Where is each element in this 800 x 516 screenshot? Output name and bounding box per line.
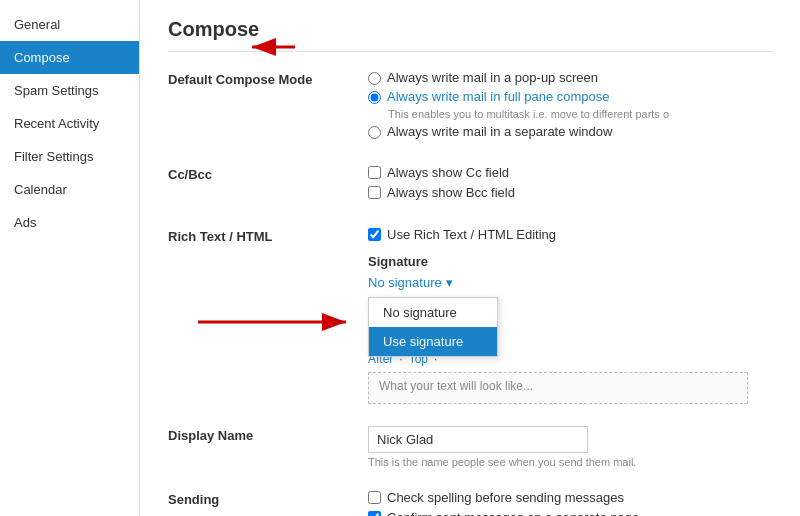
signature-label: Signature	[368, 254, 772, 269]
sidebar-item-filter-settings[interactable]: Filter Settings	[0, 140, 139, 173]
rich-text-row: Rich Text / HTML Use Rich Text / HTML Ed…	[168, 227, 772, 404]
sending-row: Sending Check spelling before sending me…	[168, 490, 772, 516]
display-name-content: This is the name people see when you sen…	[368, 426, 772, 468]
default-compose-mode-label: Default Compose Mode	[168, 70, 368, 87]
radio-full-pane-label: Always write mail in full pane compose	[387, 89, 610, 104]
sending-content: Check spelling before sending messages C…	[368, 490, 772, 516]
sidebar-item-spam[interactable]: Spam Settings	[0, 74, 139, 107]
radio-full-pane[interactable]: Always write mail in full pane compose	[368, 89, 772, 104]
radio-popup-input[interactable]	[368, 72, 381, 85]
signature-no-sig-option[interactable]: No signature	[369, 298, 497, 327]
confirm-sent-label: Confirm sent messages on a separate page	[387, 510, 639, 516]
use-rich-text-checkbox[interactable]	[368, 228, 381, 241]
signature-dropdown-menu: No signature Use signature	[368, 297, 498, 357]
radio-separate-input[interactable]	[368, 126, 381, 139]
signature-dropdown-trigger[interactable]: No signature ▾	[368, 275, 453, 290]
show-bcc-label: Always show Bcc field	[387, 185, 515, 200]
main-content: Compose Default Compose Mode Always writ…	[140, 0, 800, 516]
spell-check-checkbox[interactable]	[368, 491, 381, 504]
sending-label: Sending	[168, 490, 368, 507]
show-cc-checkbox[interactable]	[368, 166, 381, 179]
show-bcc-option[interactable]: Always show Bcc field	[368, 185, 772, 200]
radio-full-pane-input[interactable]	[368, 91, 381, 104]
show-bcc-checkbox[interactable]	[368, 186, 381, 199]
signature-preview: What your text will look like...	[368, 372, 748, 404]
confirm-sent-option[interactable]: Confirm sent messages on a separate page	[368, 510, 772, 516]
page-title: Compose	[168, 18, 772, 52]
display-name-row: Display Name This is the name people see…	[168, 426, 772, 468]
cc-bcc-row: Cc/Bcc Always show Cc field Always show …	[168, 165, 772, 205]
spell-check-label: Check spelling before sending messages	[387, 490, 624, 505]
cc-bcc-label: Cc/Bcc	[168, 165, 368, 182]
radio-popup[interactable]: Always write mail in a pop-up screen	[368, 70, 772, 85]
sidebar: General Compose Spam Settings Recent Act…	[0, 0, 140, 516]
show-cc-option[interactable]: Always show Cc field	[368, 165, 772, 180]
display-name-hint: This is the name people see when you sen…	[368, 456, 772, 468]
signature-use-sig-option[interactable]: Use signature	[369, 327, 497, 356]
signature-dropdown-value: No signature	[368, 275, 442, 290]
chevron-down-icon: ▾	[446, 275, 453, 290]
sidebar-item-calendar[interactable]: Calendar	[0, 173, 139, 206]
radio-popup-label: Always write mail in a pop-up screen	[387, 70, 598, 85]
radio-separate-label: Always write mail in a separate window	[387, 124, 612, 139]
signature-section: Signature No signature ▾ No signature Us…	[368, 254, 772, 404]
rich-text-content: Use Rich Text / HTML Editing Signature N…	[368, 227, 772, 404]
show-cc-label: Always show Cc field	[387, 165, 509, 180]
use-rich-text-label: Use Rich Text / HTML Editing	[387, 227, 556, 242]
use-rich-text-option[interactable]: Use Rich Text / HTML Editing	[368, 227, 772, 242]
display-name-input[interactable]	[368, 426, 588, 453]
full-pane-hint: This enables you to multitask i.e. move …	[388, 108, 772, 120]
default-compose-mode-content: Always write mail in a pop-up screen Alw…	[368, 70, 772, 143]
radio-separate[interactable]: Always write mail in a separate window	[368, 124, 772, 139]
sidebar-item-ads[interactable]: Ads	[0, 206, 139, 239]
cc-bcc-content: Always show Cc field Always show Bcc fie…	[368, 165, 772, 205]
spell-check-option[interactable]: Check spelling before sending messages	[368, 490, 772, 505]
default-compose-mode-row: Default Compose Mode Always write mail i…	[168, 70, 772, 143]
sidebar-item-compose[interactable]: Compose	[0, 41, 139, 74]
sidebar-item-recent-activity[interactable]: Recent Activity	[0, 107, 139, 140]
display-name-label: Display Name	[168, 426, 368, 443]
sidebar-item-general[interactable]: General	[0, 8, 139, 41]
confirm-sent-checkbox[interactable]	[368, 511, 381, 516]
signature-dropdown-wrapper: No signature ▾ No signature Use signatur…	[368, 275, 453, 290]
rich-text-label: Rich Text / HTML	[168, 227, 368, 244]
